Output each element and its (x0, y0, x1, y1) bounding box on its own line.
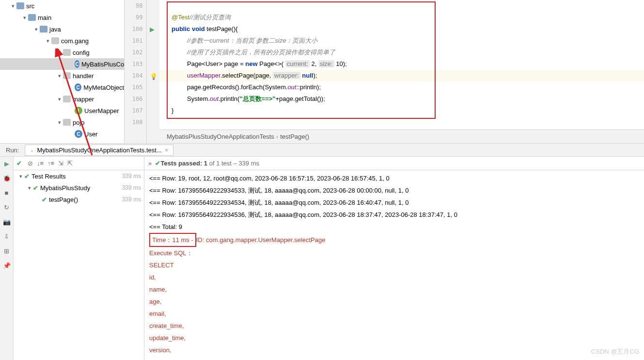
run-icon[interactable]: ▶ (3, 160, 11, 167)
run-label: Run: (0, 147, 25, 154)
layout-icon[interactable]: ⊞ (3, 247, 11, 255)
tree-java[interactable]: ▾java (0, 23, 124, 35)
sort-icon2[interactable]: ↑≡ (47, 160, 54, 167)
tree-meta[interactable]: CMyMetaObject (0, 82, 124, 93)
project-tree[interactable]: ▾src ▾main ▾java ▾com.gang ▾config CMyBa… (0, 0, 124, 143)
tree-src[interactable]: ▾src (0, 0, 124, 12)
run-gutter-icon[interactable]: ▶ (150, 26, 157, 33)
tree-handler[interactable]: ▾handler (0, 70, 124, 82)
tree-user[interactable]: CUser (0, 128, 124, 140)
debug-icon[interactable]: 🐞 (3, 174, 11, 182)
tree-pkg[interactable]: ▾com.gang (0, 35, 124, 47)
bulb-icon[interactable]: 💡 (150, 73, 157, 81)
pin-icon[interactable]: 📌 (3, 262, 11, 269)
gutter-icons: ▶ 💡 (147, 0, 159, 143)
test-panel: ✔ ⊘ ↓≡ ↑≡ ⇲ ⇱ ▾✔Test Results339 ms ▾✔Myb… (14, 157, 144, 360)
collapse-icon[interactable]: ⇱ (67, 160, 73, 167)
time-highlight: Time：11 ms - (149, 233, 196, 247)
rerun-icon[interactable]: ↻ (3, 203, 11, 211)
close-icon[interactable]: × (165, 147, 169, 154)
tree-um[interactable]: IUserMapper (0, 105, 124, 116)
export-icon[interactable]: ⇩ (3, 232, 11, 240)
console-status: » ✔ Tests passed: 1 of 1 test – 339 ms (144, 157, 644, 170)
check-icon[interactable]: ✔ (16, 160, 22, 167)
tool-strip: ▶ 🐞 ■ ↻ 📷 ⇩ ⊞ 📌 (0, 157, 14, 360)
line-gutter: 9899100101102103104105106107108 (124, 0, 147, 143)
tree-main[interactable]: ▾main (0, 12, 124, 23)
tree-config[interactable]: ▾config (0, 47, 124, 58)
test-root[interactable]: ▾✔Test Results339 ms (14, 170, 144, 182)
breadcrumb[interactable]: MybatisPlusStudyOneApplicationTests›test… (159, 130, 644, 143)
sort-icon[interactable]: ↓≡ (37, 160, 44, 167)
run-tab-bar: Run: ⬩MybatisPlusStudyOneApplicationTest… (0, 143, 644, 157)
console-output[interactable]: <== Row: 19, root, 12, root@qq.com, 2023… (144, 170, 644, 360)
ignore-icon[interactable]: ⊘ (28, 160, 33, 167)
tree-mapper[interactable]: ▾mapper (0, 93, 124, 105)
expand-icon[interactable]: ⇲ (58, 160, 63, 167)
code-editor[interactable]: @Test//测试分页查询 public void testPage(){ //… (159, 0, 644, 143)
watermark: CSDN @五月CG (591, 347, 639, 356)
test-class[interactable]: ▾✔MybatisPlusStudy339 ms (14, 182, 144, 194)
tree-mbp[interactable]: CMyBatisPlusCo (0, 58, 124, 70)
test-method[interactable]: ✔testPage()339 ms (14, 194, 144, 205)
test-toolbar: ✔ ⊘ ↓≡ ↑≡ ⇲ ⇱ (14, 157, 144, 170)
highlight-box (167, 1, 436, 119)
camera-icon[interactable]: 📷 (3, 218, 11, 226)
run-tab[interactable]: ⬩MybatisPlusStudyOneApplicationTests.tes… (25, 145, 173, 156)
stop-icon[interactable]: ■ (3, 189, 11, 196)
tree-pojo[interactable]: ▾pojo (0, 116, 124, 128)
